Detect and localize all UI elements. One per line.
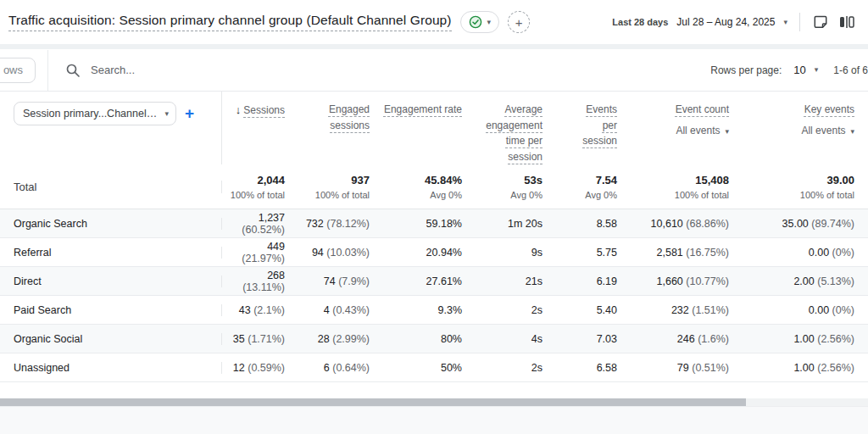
metric-cell: 0.00 (0%) — [743, 304, 868, 316]
divider — [799, 13, 800, 31]
metric-cell: 35 (1.71%) — [222, 333, 298, 345]
column-header-engaged-sessions[interactable]: Engaged sessions — [298, 92, 383, 164]
date-range-selector[interactable]: Jul 28 – Aug 24, 2025 — [676, 16, 775, 28]
metric-cell: 5.75 — [556, 247, 631, 259]
date-range-preset-label: Last 28 days — [612, 17, 668, 27]
add-dimension-button[interactable]: + — [185, 102, 194, 121]
caret-down-icon: ▾ — [487, 19, 492, 26]
metric-cell: 1,237 (60.52%) — [222, 212, 298, 236]
divider — [47, 50, 48, 91]
metric-cell: 268 (13.11%) — [222, 270, 298, 293]
metric-cell: 43 (2.1%) — [222, 304, 298, 316]
metric-cell: 6.58 — [556, 362, 631, 374]
table-header-row: Session primary...Channel Group) ▾ + ↓Se… — [0, 92, 868, 164]
event-count-events-selector[interactable]: All events▾ — [631, 123, 729, 139]
channel-label: Organic Search — [0, 218, 222, 230]
metric-cell: 6 (0.64%) — [298, 362, 383, 374]
metric-cell: 246 (1.6%) — [631, 333, 743, 345]
metric-cell: 80% — [383, 333, 476, 345]
rows-per-page-label: Rows per page: — [710, 64, 782, 76]
metric-cell: 732 (78.12%) — [298, 218, 383, 230]
metric-cell: 449 (21.97%) — [222, 241, 298, 264]
table-row: Organic Search 1,237 (60.52%) 732 (78.12… — [0, 209, 868, 238]
metric-cell: 6.19 — [556, 275, 631, 287]
dimension-selector[interactable]: Session primary...Channel Group) ▾ — [14, 102, 176, 125]
insights-notes-button[interactable] — [812, 14, 829, 31]
page-footer-area — [0, 406, 868, 434]
key-events-selector[interactable]: All events▾ — [743, 123, 854, 139]
metric-cell: 4s — [476, 333, 556, 345]
table-toolbar: ows Rows per page: 10 ▾ 1-6 of 6 — [0, 49, 868, 92]
metric-cell: 2s — [476, 304, 556, 316]
metric-cell: 1,660 (10.77%) — [631, 275, 743, 287]
metric-cell: 21s — [476, 275, 556, 287]
clipped-filter-chip[interactable]: ows — [0, 58, 36, 83]
rows-per-page-select[interactable]: 10 — [793, 64, 805, 76]
total-cell: 7.54Avg 0% — [556, 174, 631, 200]
channel-label: Direct — [0, 275, 222, 287]
table-row: Direct 268 (13.11%) 74 (7.9%) 27.61% 21s… — [0, 267, 868, 296]
table-body: Organic Search 1,237 (60.52%) 732 (78.12… — [0, 209, 868, 382]
total-cell: 39.00100% of total — [743, 174, 868, 200]
metric-cell: 2.00 (5.13%) — [743, 275, 868, 287]
metric-cell: 1.00 (2.56%) — [743, 362, 868, 374]
report-header: Traffic acquisition: Session primary cha… — [0, 0, 868, 44]
metric-cell: 74 (7.9%) — [298, 275, 383, 287]
metric-cell: 10,610 (68.86%) — [631, 218, 743, 230]
column-header-engagement-rate[interactable]: Engagement rate — [383, 92, 476, 164]
metric-cell: 1m 20s — [476, 218, 556, 230]
column-header-key-events[interactable]: Key events All events▾ — [743, 92, 868, 164]
total-cell: 937100% of total — [298, 174, 383, 200]
column-header-events-per-session[interactable]: Events per session — [556, 92, 631, 164]
metric-cell: 50% — [383, 362, 476, 374]
metric-cell: 9s — [476, 247, 556, 259]
metric-cell: 12 (0.59%) — [222, 362, 298, 374]
caret-down-icon: ▾ — [164, 110, 169, 118]
horizontal-scrollbar-track[interactable] — [0, 398, 868, 406]
metric-cell: 4 (0.43%) — [298, 304, 383, 316]
table-row: Referral 449 (21.97%) 94 (10.03%) 20.94%… — [0, 238, 868, 267]
channel-label: Unassigned — [0, 362, 222, 374]
table-total-row: Total 2,044100% of total 937100% of tota… — [0, 164, 868, 209]
comparison-toggle-button[interactable] — [837, 14, 856, 31]
metric-cell: 0.00 (0%) — [743, 247, 868, 259]
column-header-avg-engagement-time[interactable]: Average engagement time per session — [476, 92, 556, 164]
metric-cell: 79 (0.51%) — [631, 362, 743, 374]
page-title: Traffic acquisition: Session primary cha… — [8, 13, 452, 31]
search-input[interactable] — [91, 64, 447, 76]
total-cell: 45.84%Avg 0% — [383, 174, 476, 200]
metric-cell: 8.58 — [556, 218, 631, 230]
channel-label: Organic Social — [0, 333, 222, 345]
channel-label: Referral — [0, 247, 222, 259]
note-icon — [812, 14, 829, 31]
search-icon — [65, 63, 81, 78]
column-header-sessions[interactable]: ↓Sessions — [222, 92, 298, 164]
table-row: Organic Social 35 (1.71%) 28 (2.99%) 80%… — [0, 325, 868, 353]
metric-cell: 1.00 (2.56%) — [743, 333, 868, 345]
metric-cell: 2,581 (16.75%) — [631, 247, 743, 259]
metric-cell: 28 (2.99%) — [298, 333, 383, 345]
total-label: Total — [0, 181, 222, 193]
metric-cell: 20.94% — [383, 247, 476, 259]
column-header-event-count[interactable]: Event count All events▾ — [631, 92, 743, 164]
metric-cell: 232 (1.51%) — [631, 304, 743, 316]
metric-cell: 2s — [476, 362, 556, 374]
report-status-dropdown[interactable]: ▾ — [460, 11, 500, 33]
metric-cell: 35.00 (89.74%) — [743, 218, 868, 230]
table-row: Unassigned 12 (0.59%) 6 (0.64%) 50% 2s 6… — [0, 353, 868, 382]
caret-down-icon[interactable]: ▾ — [815, 66, 819, 74]
metric-cell: 9.3% — [383, 304, 476, 316]
metric-cell: 94 (10.03%) — [298, 247, 383, 259]
horizontal-scrollbar-thumb[interactable] — [0, 398, 746, 406]
metric-cell: 59.18% — [383, 218, 476, 230]
check-badge-icon — [469, 15, 482, 29]
total-cell: 2,044100% of total — [222, 174, 298, 200]
add-comparison-button[interactable]: + — [508, 11, 530, 33]
dimension-cell: Session primary...Channel Group) ▾ + — [0, 92, 222, 164]
compare-icon — [837, 14, 856, 31]
sort-descending-icon: ↓ — [236, 102, 242, 119]
report-table: Session primary...Channel Group) ▾ + ↓Se… — [0, 92, 868, 382]
caret-down-icon: ▾ — [850, 127, 854, 136]
metric-cell: 5.40 — [556, 304, 631, 316]
caret-down-icon[interactable]: ▾ — [783, 19, 787, 26]
